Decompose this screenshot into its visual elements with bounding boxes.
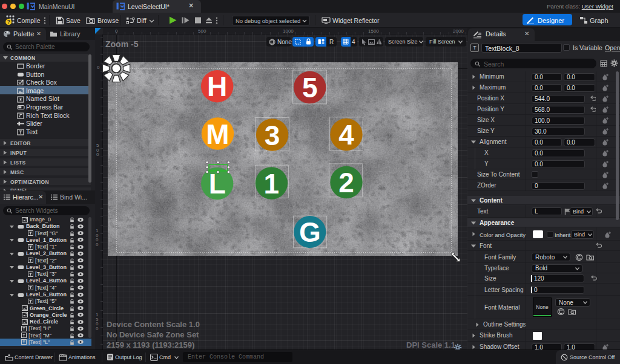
svg-text:H: H bbox=[207, 71, 227, 102]
svg-text:M: M bbox=[206, 119, 229, 150]
svg-text:3: 3 bbox=[265, 120, 280, 151]
svg-text:1: 1 bbox=[264, 168, 280, 200]
svg-text:4: 4 bbox=[338, 119, 354, 151]
svg-text:G: G bbox=[299, 216, 321, 248]
svg-text:?: ? bbox=[7, 19, 10, 25]
svg-text:5: 5 bbox=[302, 72, 318, 103]
svg-text:2: 2 bbox=[338, 167, 354, 198]
